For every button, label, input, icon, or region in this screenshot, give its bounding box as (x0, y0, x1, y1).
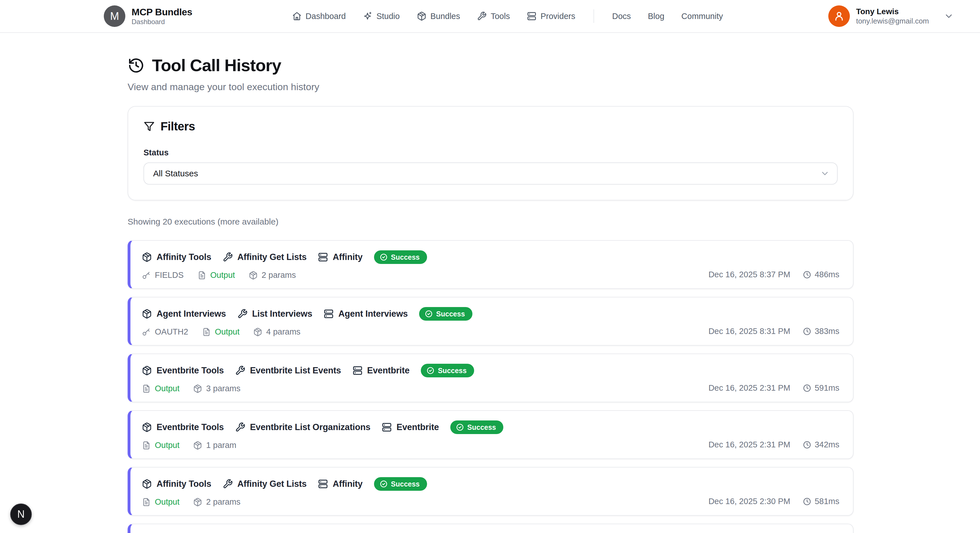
server-icon (382, 422, 392, 432)
clock-icon (803, 384, 811, 392)
params-group: 2 params (249, 270, 296, 280)
server-icon (318, 479, 328, 489)
clock-icon (803, 497, 811, 506)
status-badge: Success (419, 307, 472, 321)
output-label: Output (155, 441, 180, 450)
results-count-text: Showing 20 executions (more available) (127, 217, 854, 226)
main-nav: Dashboard Studio Bundles Tools Providers… (292, 10, 723, 23)
params-count: 3 params (206, 384, 240, 393)
check-circle-icon (380, 253, 388, 261)
nav-item-community[interactable]: Community (681, 12, 723, 21)
nav-item-studio[interactable]: Studio (363, 11, 399, 21)
execution-card[interactable]: Eventbrite Tools Eventbrite List Events … (127, 353, 854, 402)
bundle-name: Agent Interviews (156, 309, 226, 319)
execution-card[interactable]: Affinity Tools Affinity Get Lists Affini… (127, 467, 854, 516)
clock-icon (803, 441, 811, 449)
package-icon (142, 479, 152, 489)
key-icon (142, 328, 151, 337)
filters-heading: Filters (161, 119, 195, 133)
sparkles-icon (363, 11, 372, 21)
file-text-icon (142, 498, 151, 507)
provider-name: Agent Interviews (338, 309, 408, 319)
wrench-icon (223, 479, 233, 489)
server-icon (323, 309, 334, 319)
output-label: Output (155, 497, 180, 507)
nav-divider (593, 10, 594, 23)
provider-name: Eventbrite (396, 422, 439, 432)
status-badge: Success (421, 364, 474, 377)
bundle-name: Affinity Tools (156, 252, 211, 262)
nav-item-providers[interactable]: Providers (527, 11, 575, 21)
home-icon (292, 11, 302, 21)
bundle-group: Agent Interviews (142, 309, 226, 319)
bundle-name: Eventbrite Tools (156, 366, 224, 375)
clock-icon (803, 270, 811, 279)
package-icon (193, 384, 202, 393)
tool-group: List Interviews (237, 309, 312, 319)
nav-item-tools[interactable]: Tools (477, 11, 510, 21)
tool-name: Eventbrite List Organizations (250, 422, 370, 432)
nav-item-dashboard[interactable]: Dashboard (292, 11, 346, 21)
duration-value: 591ms (815, 383, 839, 393)
output-label: Output (210, 270, 235, 280)
tool-group: Eventbrite List Organizations (235, 422, 370, 432)
execution-card[interactable] (127, 523, 854, 533)
key-icon (142, 271, 151, 280)
wrench-icon (235, 366, 245, 375)
bundle-name: Affinity Tools (156, 479, 211, 489)
brand[interactable]: M MCP Bundles Dashboard (104, 5, 192, 27)
status-filter-select[interactable]: All Statuses (143, 162, 838, 185)
nav-item-bundles[interactable]: Bundles (417, 11, 460, 21)
status-badge-label: Success (391, 480, 420, 488)
execution-date: Dec 16, 2025 8:37 PM (708, 270, 790, 279)
package-icon (142, 252, 152, 262)
params-group: 1 param (193, 441, 236, 450)
nav-item-blog[interactable]: Blog (648, 12, 664, 21)
bundle-name: Eventbrite Tools (156, 422, 224, 432)
params-group: 2 params (193, 497, 240, 507)
wrench-icon (237, 309, 248, 319)
execution-date: Dec 16, 2025 2:31 PM (708, 383, 790, 393)
duration-group: 581ms (803, 497, 839, 506)
user-menu[interactable]: Tony Lewis tony.lewis@gmail.com (828, 5, 954, 27)
status-badge-label: Success (391, 253, 420, 261)
main-content: Tool Call History View and manage your t… (127, 56, 854, 533)
nav-label: Blog (648, 12, 664, 21)
bundle-group: Affinity Tools (142, 252, 211, 262)
status-badge-label: Success (438, 367, 466, 375)
status-badge: Success (450, 420, 503, 434)
duration-group: 486ms (803, 270, 839, 279)
server-icon (318, 252, 328, 262)
nav-label: Docs (612, 12, 631, 21)
wrench-icon (477, 11, 487, 21)
package-icon (417, 11, 426, 21)
execution-card[interactable]: Eventbrite Tools Eventbrite List Organiz… (127, 410, 854, 459)
app-name: MCP Bundles (132, 6, 192, 17)
clock-icon (803, 327, 811, 336)
auth-type: FIELDS (155, 270, 184, 280)
auth-group: OAUTH2 (142, 327, 188, 337)
execution-date: Dec 16, 2025 8:31 PM (708, 326, 790, 336)
status-filter-label: Status (143, 148, 838, 158)
provider-name: Affinity (332, 252, 363, 262)
bundle-group: Eventbrite Tools (142, 366, 224, 375)
check-circle-icon (456, 423, 464, 431)
chevron-down-icon[interactable] (944, 11, 954, 21)
package-icon (142, 422, 152, 432)
nav-item-docs[interactable]: Docs (612, 12, 631, 21)
output-group: Output (197, 270, 235, 280)
execution-card[interactable]: Agent Interviews List Interviews Agent I… (127, 297, 854, 345)
filters-card: Filters Status All Statuses (127, 106, 854, 200)
nav-label: Studio (376, 12, 399, 21)
params-count: 1 param (206, 441, 236, 450)
package-icon (249, 271, 258, 280)
chevron-down-icon (820, 169, 830, 178)
status-filter-value: All Statuses (153, 169, 198, 178)
provider-group: Affinity (318, 252, 363, 262)
params-group: 3 params (193, 384, 240, 393)
nextjs-dev-badge[interactable]: N (10, 503, 32, 525)
file-text-icon (142, 441, 151, 450)
tool-name: Affinity Get Lists (237, 479, 307, 489)
server-icon (352, 366, 363, 375)
execution-card[interactable]: Affinity Tools Affinity Get Lists Affini… (127, 240, 854, 289)
